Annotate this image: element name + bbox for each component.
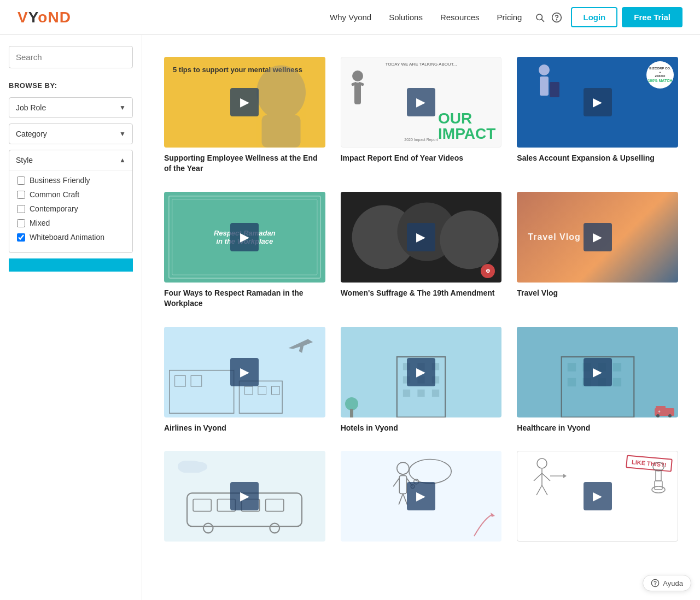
svg-point-12: [539, 64, 550, 75]
play-button-9[interactable]: ▶: [584, 358, 612, 386]
svg-rect-57: [266, 499, 284, 511]
svg-rect-24: [244, 386, 253, 395]
video-thumb-7[interactable]: ▶: [164, 327, 325, 417]
svg-line-75: [542, 473, 550, 481]
video-card-9[interactable]: + ▶ Healthcare in Vyond: [517, 327, 678, 433]
corp-badge: BIZCORP CO.+ZODIO100% MATCH: [646, 61, 674, 89]
video-card-4[interactable]: Respect Ramadanin the Workplace ▶ Four W…: [164, 192, 325, 309]
style-option-mixed[interactable]: Mixed: [17, 219, 125, 227]
video-thumb-12[interactable]: LIKE THIS?! ▶: [517, 451, 678, 542]
video-card-7[interactable]: ▶ Airlines in Vyond: [164, 327, 325, 433]
svg-rect-7: [261, 115, 300, 148]
search-icon[interactable]: [535, 13, 545, 22]
style-filter-section: Style ▲ Business Friendly Common Craft C…: [9, 150, 133, 253]
nav-solutions[interactable]: Solutions: [389, 13, 423, 22]
nav-why-vyond[interactable]: Why Vyond: [330, 13, 371, 22]
style-option-whiteboard[interactable]: Whiteboard Animation: [17, 233, 125, 242]
video-card-12[interactable]: LIKE THIS?! ▶: [517, 451, 678, 547]
play-button-5[interactable]: ▶: [407, 223, 435, 251]
video-thumb-6[interactable]: Travel Vlog ▶: [517, 192, 678, 283]
video-thumb-2[interactable]: TODAY WE ARE TALKING ABOUT... OURIMPACT …: [341, 57, 502, 148]
video-thumb-1[interactable]: 5 tips to support your mental wellness ▶: [164, 57, 325, 148]
play-button-1[interactable]: ▶: [230, 88, 259, 116]
video-thumb-5[interactable]: ⊕ ▶: [341, 192, 502, 283]
nav-pricing[interactable]: Pricing: [497, 13, 522, 22]
play-button-4[interactable]: ▶: [230, 223, 259, 251]
play-button-10[interactable]: ▶: [230, 482, 259, 510]
common-craft-label: Common Craft: [30, 190, 79, 199]
job-role-label: Job Role: [16, 103, 46, 112]
svg-rect-25: [258, 386, 266, 395]
thumb-report-label: 2020 Impact Report: [404, 138, 438, 142]
svg-rect-44: [567, 378, 575, 386]
help-icon[interactable]: [551, 12, 562, 23]
video-thumb-9[interactable]: + ▶: [517, 327, 678, 417]
video-thumb-11[interactable]: ▶: [341, 451, 502, 542]
video-thumb-10[interactable]: ▶: [164, 451, 325, 542]
svg-rect-26: [271, 386, 279, 395]
ayuda-button[interactable]: Ayuda: [643, 575, 691, 591]
svg-marker-83: [563, 474, 567, 478]
search-input[interactable]: [9, 47, 126, 67]
video-card-11[interactable]: ▶: [341, 451, 502, 547]
style-option-common-craft[interactable]: Common Craft: [17, 190, 125, 199]
job-role-arrow-icon: ▼: [119, 104, 126, 111]
video-thumb-3[interactable]: BIZCORP CO.+ZODIO100% MATCH ▶: [517, 57, 678, 148]
play-button-12[interactable]: ▶: [584, 482, 612, 510]
video-card-6[interactable]: Travel Vlog ▶ Travel Vlog: [517, 192, 678, 309]
header-icons: [535, 12, 562, 23]
svg-point-37: [345, 397, 358, 410]
video-card-2[interactable]: TODAY WE ARE TALKING ABOUT... OURIMPACT …: [341, 57, 502, 174]
play-button-6[interactable]: ▶: [584, 223, 612, 251]
login-button[interactable]: Login: [571, 7, 617, 27]
video-thumb-4[interactable]: Respect Ramadanin the Workplace ▶: [164, 192, 325, 283]
play-button-8[interactable]: ▶: [407, 358, 435, 386]
contemporary-label: Contemporary: [30, 204, 78, 213]
video-grid: 5 tips to support your mental wellness ▶…: [164, 57, 678, 547]
free-trial-button[interactable]: Free Trial: [622, 7, 682, 27]
nav-resources[interactable]: Resources: [440, 13, 480, 22]
video-card-3[interactable]: BIZCORP CO.+ZODIO100% MATCH ▶ Sales Acco…: [517, 57, 678, 174]
svg-line-1: [542, 19, 544, 21]
play-button-11[interactable]: ▶: [407, 482, 435, 510]
svg-rect-64: [399, 476, 406, 494]
whiteboard-checkbox[interactable]: [17, 233, 25, 242]
svg-point-59: [270, 523, 280, 533]
video-card-8[interactable]: ▶ Hotels in Vyond: [341, 327, 502, 433]
svg-point-63: [397, 462, 409, 474]
search-box: [9, 46, 133, 68]
svg-point-62: [192, 462, 207, 472]
video-card-1[interactable]: 5 tips to support your mental wellness ▶…: [164, 57, 325, 174]
style-filter-header[interactable]: Style ▲: [9, 150, 132, 170]
svg-point-52: [668, 414, 672, 417]
thumb-subtitle-2: TODAY WE ARE TALKING ABOUT...: [386, 62, 457, 67]
style-option-business-friendly[interactable]: Business Friendly: [17, 176, 125, 185]
svg-point-6: [256, 65, 306, 119]
job-role-filter[interactable]: Job Role ▼: [9, 97, 133, 118]
play-button-3[interactable]: ▶: [584, 88, 612, 116]
contemporary-checkbox[interactable]: [17, 205, 25, 213]
search-button[interactable]: [126, 46, 133, 68]
business-friendly-checkbox[interactable]: [17, 177, 25, 185]
video-title-1: Supporting Employee Wellness at the End …: [164, 153, 325, 174]
sidebar: BROWSE BY: Job Role ▼ Category ▼ Style ▲…: [0, 35, 142, 600]
sidebar-cta-button[interactable]: [9, 258, 133, 272]
main-content: 5 tips to support your mental wellness ▶…: [142, 35, 700, 600]
play-button-2[interactable]: ▶: [407, 88, 435, 116]
style-option-contemporary[interactable]: Contemporary: [17, 204, 125, 213]
logo[interactable]: VYoND: [18, 9, 71, 26]
svg-line-77: [542, 485, 547, 495]
common-craft-checkbox[interactable]: [17, 191, 25, 199]
category-filter[interactable]: Category ▼: [9, 123, 133, 144]
video-card-5[interactable]: ⊕ ▶ Women's Suffrage & The 19th Amendmen…: [341, 192, 502, 309]
play-button-7[interactable]: ▶: [230, 358, 259, 386]
svg-rect-54: [193, 499, 211, 511]
svg-rect-81: [655, 481, 662, 490]
mixed-checkbox[interactable]: [17, 219, 25, 227]
video-thumb-8[interactable]: ▶: [341, 327, 502, 417]
video-title-2: Impact Report End of Year Videos: [341, 153, 502, 164]
video-card-10[interactable]: ▶: [164, 451, 325, 547]
video-title-3: Sales Account Expansion & Upselling: [517, 153, 678, 164]
svg-line-76: [536, 485, 542, 495]
svg-rect-47: [612, 378, 621, 386]
